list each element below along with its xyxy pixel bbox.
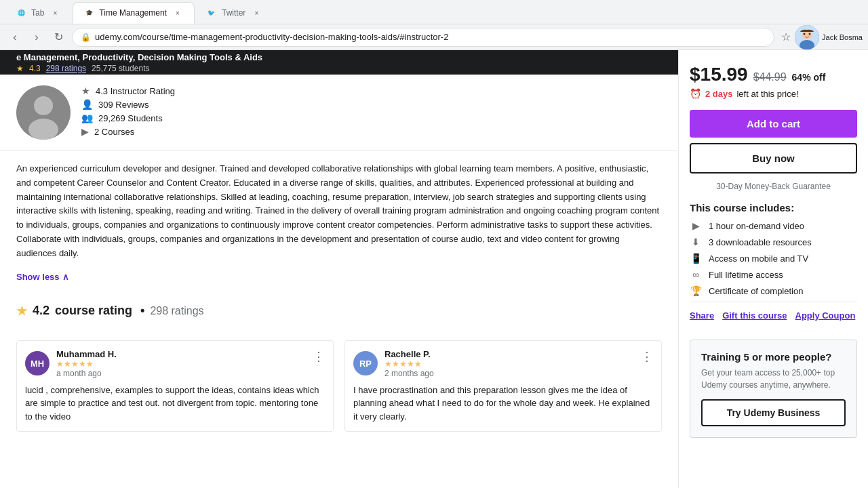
instructor-stats: ★ 4.3 Instructor Rating 👤 309 Reviews 👥 … — [81, 85, 175, 137]
user-area: Jack Bosma — [795, 25, 863, 49]
tab-other-2[interactable]: 🐦 Twitter × — [196, 2, 273, 24]
instructor-card: ★ 4.3 Instructor Rating 👤 309 Reviews 👥 … — [16, 85, 662, 140]
infinity-icon: ∞ — [690, 269, 702, 280]
include-text-3: Full lifetime access — [709, 270, 783, 280]
show-less-button[interactable]: Show less ∧ — [0, 266, 678, 293]
include-item-2: 📱 Access on mobile and TV — [690, 253, 857, 264]
reviewer-avatar-1: MH — [25, 351, 50, 375]
review-text-1: lucid , comprehensive, examples to suppo… — [25, 384, 325, 424]
url-text: udemy.com/course/time-management-product… — [95, 32, 766, 42]
mobile-icon: 📱 — [690, 253, 702, 264]
svg-point-4 — [809, 33, 811, 35]
header-rating: 4.3 — [29, 64, 41, 73]
instructor-rating-label: 4.3 Instructor Rating — [96, 86, 175, 96]
include-item-0: ▶ 1 hour on-demand video — [690, 220, 857, 231]
instructor-section: ★ 4.3 Instructor Rating 👤 309 Reviews 👥 … — [0, 75, 678, 151]
tab-close-1[interactable]: × — [50, 7, 60, 18]
apply-coupon-button[interactable]: Apply Coupon — [795, 310, 856, 321]
browser-tabs: 🌐 Tab × 🎓 Time Management × 🐦 Twitter × — [0, 0, 868, 24]
alarm-icon: ⏰ — [690, 88, 701, 99]
current-price: $15.99 — [690, 64, 748, 85]
svg-point-7 — [28, 119, 58, 140]
reviewer-initials-2: RP — [359, 359, 372, 369]
instructor-reviews-stat: 👤 309 Reviews — [81, 99, 175, 110]
tab-label-2: Twitter — [222, 8, 245, 18]
star-stat-icon: ★ — [81, 85, 90, 96]
review-card-1: MH Muhammad H. ★★★★★ a month ago ⋮ lucid… — [16, 340, 334, 432]
bio-section: An experienced curriculum developer and … — [0, 151, 678, 266]
actions-row: Share Gift this course Apply Coupon — [690, 302, 857, 329]
browser-nav: ‹ › ↻ — [5, 28, 68, 47]
training-title: Training 5 or more people? — [701, 351, 846, 363]
guarantee-text: 30-Day Money-Back Guarantee — [690, 182, 857, 191]
instructor-courses-stat: ▶ 2 Courses — [81, 126, 175, 137]
buy-now-button[interactable]: Buy now — [690, 143, 857, 174]
bookmark-icon[interactable]: ☆ — [781, 30, 791, 43]
ratings-count: 298 ratings — [150, 305, 203, 317]
tab-label-active: Time Management — [99, 8, 167, 18]
show-less-label: Show less — [16, 272, 60, 282]
urgency-days: 2 days — [705, 89, 732, 99]
page-header: e Management, Productivity, Decision Mak… — [0, 50, 678, 75]
rating-score: 4.2 — [33, 304, 50, 318]
review-menu-1[interactable]: ⋮ — [313, 349, 325, 364]
reviewer-initials-1: MH — [31, 359, 44, 369]
url-bar[interactable]: 🔒 udemy.com/course/time-management-produ… — [72, 28, 774, 47]
instructor-students-stat: 👥 29,269 Students — [81, 113, 175, 123]
back-button[interactable]: ‹ — [5, 28, 24, 47]
reviewer-time-2: 2 months ago — [384, 369, 434, 378]
tab-current[interactable]: 🎓 Time Management × — [73, 2, 195, 24]
favicon-1: 🌐 — [16, 8, 26, 18]
review-menu-2[interactable]: ⋮ — [641, 349, 653, 364]
share-button[interactable]: Share — [690, 310, 714, 321]
favicon-2: 🐦 — [207, 8, 216, 18]
original-price: $44.99 — [753, 71, 787, 83]
reviews-icon: 👤 — [81, 99, 93, 110]
pricing-sidebar: $15.99 $44.99 64% off ⏰ 2 days left at t… — [678, 50, 868, 488]
instructor-photo — [16, 85, 71, 140]
courses-icon: ▶ — [81, 126, 89, 137]
rating-star-icon: ★ — [16, 304, 27, 319]
tab-close-active[interactable]: × — [172, 7, 183, 18]
reviews-grid: MH Muhammad H. ★★★★★ a month ago ⋮ lucid… — [0, 340, 678, 449]
reviewer-info-2: RP Rachelle P. ★★★★★ 2 months ago — [353, 349, 434, 378]
svg-point-3 — [804, 33, 806, 35]
tab-label-1: Tab — [31, 8, 44, 18]
include-text-0: 1 hour on-demand video — [709, 221, 804, 231]
tab-close-2[interactable]: × — [251, 7, 262, 18]
urgency-row: ⏰ 2 days left at this price! — [690, 88, 857, 99]
try-business-button[interactable]: Try Udemy Business — [701, 399, 846, 426]
tab-other-1[interactable]: 🌐 Tab × — [5, 2, 71, 24]
reviewer-name-1: Muhammad H. — [56, 349, 117, 359]
forward-button[interactable]: › — [27, 28, 46, 47]
reviewer-info-1: MH Muhammad H. ★★★★★ a month ago — [25, 349, 117, 378]
svg-point-6 — [34, 96, 53, 115]
price-row: $15.99 $44.99 64% off — [690, 64, 857, 85]
reviewer-time-1: a month ago — [56, 369, 117, 378]
ratings-header: ★ 4.2 course rating • 298 ratings — [16, 304, 662, 319]
favicon-active: 🎓 — [84, 8, 94, 18]
browser-toolbar: ‹ › ↻ 🔒 udemy.com/course/time-management… — [0, 24, 868, 50]
ratings-section: ★ 4.2 course rating • 298 ratings — [0, 293, 678, 340]
instructor-reviews: 309 Reviews — [98, 100, 149, 110]
instructor-courses: 2 Courses — [94, 127, 134, 137]
add-to-cart-button[interactable]: Add to cart — [690, 110, 857, 138]
include-text-2: Access on mobile and TV — [709, 253, 808, 264]
review-text-2: I have procrastination and this preparat… — [353, 384, 653, 424]
reviewer-header-1: MH Muhammad H. ★★★★★ a month ago ⋮ — [25, 349, 325, 378]
discount-badge: 64% off — [792, 72, 826, 83]
avatar — [795, 25, 819, 49]
rating-link[interactable]: 298 ratings — [46, 64, 86, 73]
lock-icon: 🔒 — [81, 33, 91, 42]
reviewer-name-2: Rachelle P. — [384, 349, 434, 359]
training-box: Training 5 or more people? Get your team… — [690, 340, 857, 438]
training-desc: Get your team access to 25,000+ top Udem… — [701, 367, 846, 391]
gift-button[interactable]: Gift this course — [722, 310, 787, 321]
reviewer-avatar-2: RP — [353, 351, 378, 375]
include-text-4: Certificate of completion — [709, 286, 803, 296]
reviewer-stars-1: ★★★★★ — [56, 359, 117, 369]
chevron-up-icon: ∧ — [62, 272, 69, 282]
reload-button[interactable]: ↻ — [49, 28, 68, 47]
course-title: e Management, Productivity, Decision Mak… — [16, 52, 262, 62]
bio-text: An experienced curriculum developer and … — [16, 162, 662, 261]
